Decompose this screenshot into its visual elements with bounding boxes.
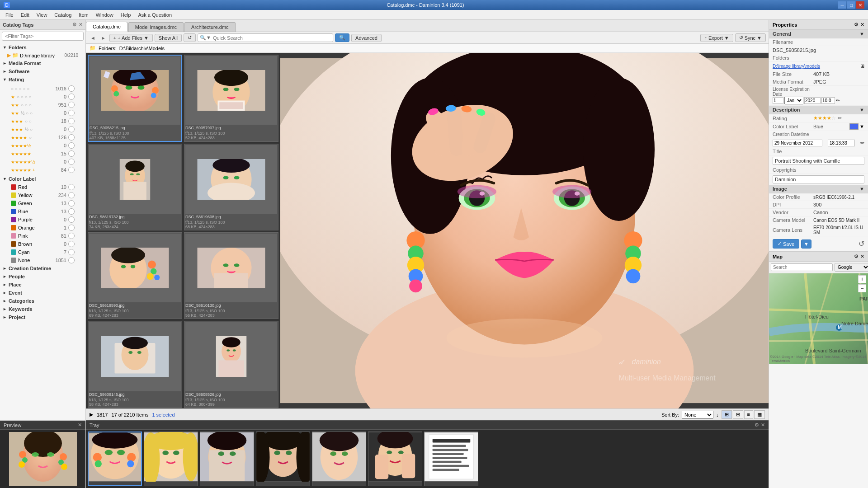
description-section-header[interactable]: Description ▼ [769,106,868,114]
menu-file[interactable]: File [2,11,17,19]
properties-close-icon[interactable]: ✕ [860,22,864,28]
view-detail-button[interactable]: ▦ [754,410,765,419]
back-button[interactable]: ◄ [89,34,97,42]
rating-4-toggle[interactable] [68,134,75,141]
color-label-edit-icon[interactable]: ▼ [859,124,864,129]
search-button[interactable]: 🔍 [335,33,349,42]
rating-3-toggle[interactable] [68,118,75,124]
map-settings-icon[interactable]: ⚙ [854,253,859,259]
add-files-button[interactable]: + + Add Files ▼ [109,34,153,42]
view-list-button[interactable]: ≡ [744,410,753,419]
rating-5half-stars[interactable]: ★★★★★½ 0 [4,158,82,166]
tray-close-icon[interactable]: ✕ [761,422,765,428]
color-pink[interactable]: Pink 81 [4,232,82,240]
color-cyan-toggle[interactable] [68,249,75,255]
color-yellow[interactable]: Yellow 234 [4,191,82,199]
event-header[interactable]: ►Event [0,289,85,297]
color-green-toggle[interactable] [68,200,75,206]
properties-settings-icon[interactable]: ⚙ [854,22,859,28]
menu-help[interactable]: Help [117,11,135,19]
color-purple[interactable]: Purple 0 [4,216,82,224]
catalog-settings-icon[interactable]: ⚙ [72,22,77,28]
title-input[interactable] [773,157,864,165]
creation-datetime-header[interactable]: ►Creation Datetime [0,264,85,272]
color-red-toggle[interactable] [68,184,75,190]
thumbnail-item-4[interactable]: DSC_58619608.jpg f/13, 1/125 s, ISO 100 … [184,144,278,230]
map-zoom-out-button[interactable]: − [858,284,866,292]
map-view[interactable]: PARIS Notre Dame Hôtel-Dieu Pont Marie B… [769,273,868,364]
keywords-header[interactable]: ►Keywords [0,305,85,313]
thumbnail-item-1[interactable]: DSC_59058215.jpg f/13, 1/125 s, ISO 100 … [88,55,182,142]
tray-item-5[interactable] [312,432,366,486]
rating-edit-icon[interactable]: ✏ [838,115,842,121]
rating-0stars[interactable]: ○ ○ ○ ○ ○ 1016 [4,84,82,93]
map-provider-select[interactable]: Google Bing OpenStreet [835,263,868,272]
rating-1-toggle[interactable] [68,94,75,100]
rating-3half-stars[interactable]: ★★★½ ○ 0 [4,125,82,133]
folders-header[interactable]: ▼ Folders [0,43,85,52]
rating-max-toggle[interactable] [68,167,75,173]
rating-1star[interactable]: ★○ ○ ○ ○ 0 [4,93,82,101]
rating-stars-value[interactable]: ★★★★ [813,115,831,121]
categories-header[interactable]: ►Categories [0,297,85,305]
creation-edit-icon[interactable]: ✏ [860,140,864,146]
color-brown[interactable]: Brown 0 [4,240,82,248]
menu-catalog[interactable]: Catalog [51,11,75,19]
tray-settings-icon[interactable]: ⚙ [755,422,759,428]
play-button[interactable]: ▶ [90,412,93,418]
rating-0-toggle[interactable] [68,85,75,92]
place-header[interactable]: ►Place [0,281,85,289]
menu-view[interactable]: View [33,11,51,19]
menu-ask[interactable]: Ask a Question [134,11,175,19]
tray-item-3[interactable] [200,432,254,486]
media-format-header[interactable]: ► Media Format [0,59,85,67]
export-button[interactable]: ↑ Export ▼ [700,34,733,42]
thumbnail-item-3[interactable]: DSC_58619732.jpg f/13, 1/125 s, ISO 100 … [88,144,182,230]
color-blue-toggle[interactable] [68,208,75,215]
color-brown-toggle[interactable] [68,241,75,247]
tray-item-4[interactable] [256,432,310,486]
software-header[interactable]: ► Software [0,67,85,75]
license-year-input[interactable] [804,97,821,104]
creation-date-input[interactable] [773,140,822,146]
tab-model-images[interactable]: Model images.dmc [128,22,184,32]
rating-5-toggle[interactable] [68,150,75,157]
license-val-input[interactable] [821,97,835,104]
rating-4half-stars[interactable]: ★★★★½ 0 [4,141,82,150]
color-red[interactable]: Red 10 [4,183,82,191]
menu-item[interactable]: Item [75,11,92,19]
tab-architecture[interactable]: Architecture.dmc [184,22,236,32]
rating-5h-toggle[interactable] [68,159,75,165]
forward-button[interactable]: ► [99,34,108,42]
tray-item-1[interactable] [88,432,142,486]
undo-button[interactable]: ↺ [859,239,864,248]
view-medium-grid-button[interactable]: ⊞ [733,410,743,419]
thumbnail-item-2[interactable]: DSC_59057907.jpg f/13, 1/125 s, ISO 100 … [184,55,278,142]
color-blue[interactable]: Blue 13 [4,207,82,216]
color-green[interactable]: Green 13 [4,199,82,207]
advanced-button[interactable]: Advanced [351,34,382,42]
close-button[interactable]: ✕ [856,1,864,9]
copyrights-input[interactable] [773,175,864,183]
tray-item-7[interactable] [424,432,478,486]
tray-item-6[interactable] [368,432,422,486]
preview-close-icon[interactable]: ✕ [78,422,82,428]
view-small-grid-button[interactable]: ⊞ [722,410,732,419]
sort-select[interactable]: None Filename Date Size [682,411,713,419]
catalog-filter-input[interactable] [2,32,84,41]
sync-button[interactable]: ↺ Sync ▼ [735,33,766,42]
rating-2half-stars[interactable]: ★★½ ○ ○ 0 [4,109,82,117]
save-dropdown-icon[interactable]: ▼ [801,239,811,249]
color-pink-toggle[interactable] [68,233,75,239]
image-section-header[interactable]: Image ▼ [769,185,868,193]
folders-expand-icon[interactable]: ⊞ [860,63,864,69]
map-close-icon[interactable]: ✕ [860,253,864,259]
rating-2h-toggle[interactable] [68,110,75,116]
rating-4stars[interactable]: ★★★★○ 126 [4,133,82,141]
creation-time-input[interactable] [828,140,855,146]
minimize-button[interactable]: ─ [838,1,846,9]
color-cyan[interactable]: Cyan 7 [4,248,82,256]
rating-5stars[interactable]: ★★★★★ 15 [4,150,82,158]
project-header[interactable]: ►Project [0,313,85,321]
rating-4h-toggle[interactable] [68,142,75,149]
